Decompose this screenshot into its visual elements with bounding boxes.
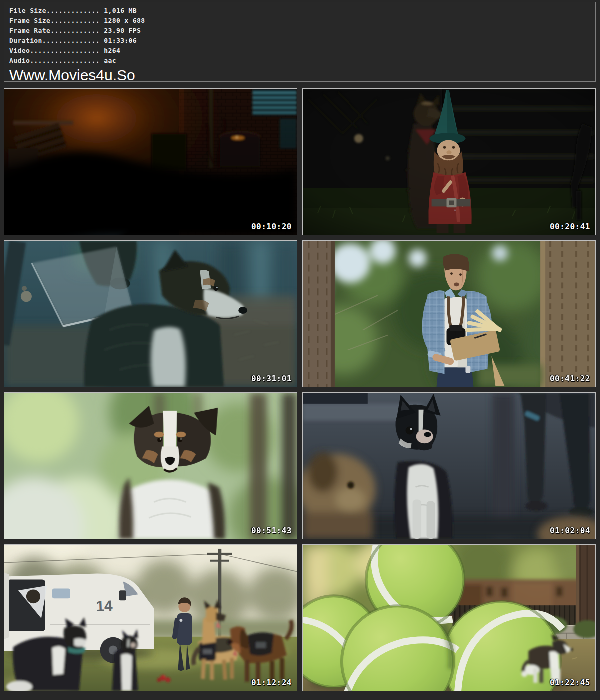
screenshot-1-art	[4, 89, 297, 235]
media-info-label: Duration..............	[10, 37, 100, 44]
timestamp-overlay: 00:20:41	[550, 222, 590, 232]
media-info-value: 23.98 FPS	[104, 27, 141, 34]
screenshot-3: 00:31:01	[4, 240, 298, 388]
media-info-row: Frame Rate............ 23.98 FPS	[10, 27, 596, 37]
media-info-row: Audio................. aac	[10, 57, 596, 67]
media-info-label: Audio.................	[10, 57, 100, 64]
timestamp-overlay: 01:02:04	[550, 526, 590, 536]
screenshot-5-art	[4, 393, 297, 539]
timestamp-overlay: 01:22:45	[550, 678, 590, 688]
screenshot-8: 01:22:45	[302, 544, 596, 692]
timestamp-overlay: 01:12:24	[252, 678, 292, 688]
media-info-row: Duration.............. 01:33:06	[10, 37, 596, 47]
media-info-row: Frame Size............ 1280 x 688	[10, 17, 596, 27]
screenshot-1: 00:10:20	[4, 88, 298, 236]
media-info-row: File Size............. 1,016 MB	[10, 7, 596, 17]
screenshot-4: 00:41:22	[302, 240, 596, 388]
screenshot-grid: 00:10:20	[4, 88, 596, 692]
screenshot-5: 00:51:43	[4, 392, 298, 540]
screenshot-7: 14	[4, 544, 298, 692]
timestamp-overlay: 00:41:22	[550, 374, 590, 384]
screenshot-6: 01:02:04	[302, 392, 596, 540]
media-info-row: Video................. h264	[10, 47, 596, 57]
timestamp-overlay: 00:10:20	[252, 222, 292, 232]
site-watermark: Www.Movies4u.So	[10, 68, 596, 82]
media-info-label: Frame Size............	[10, 17, 100, 24]
media-info-label: Frame Rate............	[10, 27, 100, 34]
screenshot-2: 00:20:41	[302, 88, 596, 236]
screenshot-2-art	[303, 89, 596, 235]
media-info-value: aac	[104, 57, 116, 64]
media-info-value: 1,016 MB	[104, 7, 137, 14]
screenshot-3-art	[4, 241, 297, 387]
media-info-value: h264	[104, 47, 120, 54]
screenshot-8-art	[303, 545, 596, 691]
media-info-value: 01:33:06	[104, 37, 137, 44]
media-info-label: Video.................	[10, 47, 100, 54]
media-info-label: File Size.............	[10, 7, 100, 14]
screenshot-6-art	[303, 393, 596, 539]
screenshot-page: File Size............. 1,016 MB Frame Si…	[0, 0, 600, 700]
media-info-value: 1280 x 688	[104, 17, 145, 24]
timestamp-overlay: 00:51:43	[252, 526, 292, 536]
screenshot-7-art: 14	[4, 545, 297, 691]
timestamp-overlay: 00:31:01	[252, 374, 292, 384]
screenshot-4-art	[303, 241, 596, 387]
media-info-panel: File Size............. 1,016 MB Frame Si…	[4, 2, 596, 82]
